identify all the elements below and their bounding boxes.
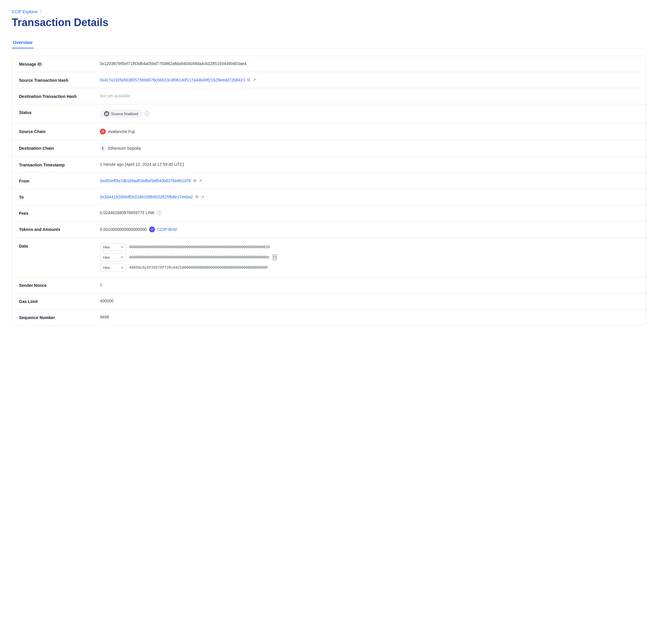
- copy-source-tx-hash-button[interactable]: ⧉: [247, 77, 250, 82]
- avax-chain-icon: [100, 129, 106, 135]
- label-fees: Fees: [19, 210, 95, 216]
- label-to: To: [19, 194, 95, 200]
- label-sender-nonce: Sender Nonce: [19, 282, 95, 288]
- hex-chevron-3: ▾: [121, 266, 123, 270]
- value-status: ▮▮ Source finalized i: [100, 110, 639, 118]
- value-to: 0x3d44192d94df3c0166169b9532825fb8e17ee6…: [100, 194, 639, 199]
- timestamp-text: 1 minute ago (April 12, 2024 at 17:59:45…: [100, 162, 184, 167]
- gas-limit-text: 400000: [100, 299, 114, 303]
- hex-value-3: 48656c6c6f20576f726c64210000000000000000…: [129, 266, 268, 270]
- label-from: From: [19, 178, 95, 183]
- value-dest-chain: Ethereum Sepolia: [100, 145, 639, 151]
- value-source-tx-hash: 0x4c7a192fa5636557569d076c06633c4f06140f…: [100, 77, 639, 82]
- open-to-button[interactable]: ↗: [201, 194, 204, 199]
- hex-label-3: Hex: [103, 266, 110, 270]
- sequence-number-text: 9498: [100, 315, 109, 319]
- fees-info-icon[interactable]: i: [157, 210, 162, 215]
- data-section: Hex ▾ 0000000000000000000000000000000000…: [100, 243, 277, 272]
- label-gas-limit: Gas Limit: [19, 299, 95, 304]
- row-from: From 0xd50ef0fa7db168ad53efb45ef640b6376…: [12, 173, 646, 189]
- hex-label-1: Hex: [103, 245, 110, 249]
- value-source-chain: Avalanche Fuji: [100, 129, 639, 135]
- token-name-link[interactable]: CCIP-BnM: [157, 227, 177, 232]
- value-dest-tx-hash: Not yet available: [100, 93, 639, 98]
- open-from-button[interactable]: ↗: [198, 179, 202, 183]
- dest-tx-hash-text: Not yet available: [100, 93, 131, 98]
- status-pause-icon: ▮▮: [104, 111, 109, 116]
- label-sequence-number: Sequence Number: [19, 315, 95, 320]
- breadcrumb-parent[interactable]: CCIP Explorer: [12, 9, 38, 14]
- row-message-id: Message ID 0x120367995ef71f83d64a05bd779…: [12, 56, 646, 72]
- breadcrumb: CCIP Explorer /: [12, 9, 646, 14]
- label-status: Status: [19, 110, 95, 115]
- value-tokens-amounts: 0.0010000000000000000 ⬡ CCIP-BnM: [100, 227, 639, 232]
- from-address-link[interactable]: 0xd50ef0fa7db168ad53efb45ef640b6376e8810…: [100, 179, 191, 183]
- hex-value-2: 0000000000000000000000000000000000000000…: [129, 255, 270, 259]
- source-chain-name: Avalanche Fuji: [108, 129, 135, 134]
- row-dest-tx-hash: Destination Transaction Hash Not yet ava…: [12, 88, 646, 104]
- copy-to-button[interactable]: ⧉: [195, 194, 198, 199]
- value-sender-nonce: 1: [100, 282, 639, 287]
- value-from: 0xd50ef0fa7db168ad53efb45ef640b6376e8810…: [100, 178, 639, 183]
- value-gas-limit: 400000: [100, 299, 639, 303]
- row-timestamp: Transaction Timestamp 1 minute ago (Apri…: [12, 157, 646, 173]
- status-info-icon[interactable]: i: [145, 111, 149, 116]
- hex-select-2[interactable]: Hex ▾: [100, 253, 126, 261]
- hex-select-3[interactable]: Hex ▾: [100, 264, 126, 272]
- tabs-bar: Overview: [12, 37, 646, 49]
- label-message-id: Message ID: [19, 61, 95, 67]
- ccip-bnm-token-icon: ⬡: [149, 227, 155, 232]
- data-row-3: Hex ▾ 48656c6c6f20576f726c64210000000000…: [100, 264, 277, 272]
- sender-nonce-text: 1: [100, 282, 102, 287]
- message-id-text: 0x120367995ef71f83d64a05bd7793862afda9d0…: [100, 61, 247, 66]
- token-amount: 0.0010000000000000000: [100, 227, 147, 232]
- value-sequence-number: 9498: [100, 315, 639, 319]
- label-data: Data: [19, 243, 95, 249]
- page-title: Transaction Details: [12, 17, 646, 29]
- row-data: Data Hex ▾ 00000000000000000000000000000…: [12, 238, 646, 277]
- details-table: Message ID 0x120367995ef71f83d64a05bd779…: [12, 56, 646, 325]
- status-badge: ▮▮ Source finalized: [100, 110, 142, 118]
- label-source-tx-hash: Source Transaction Hash: [19, 77, 95, 83]
- open-source-tx-hash-button[interactable]: ↗: [253, 78, 256, 82]
- label-source-chain: Source Chain: [19, 129, 95, 134]
- copy-from-button[interactable]: ⧉: [193, 178, 196, 183]
- eth-chain-icon: [100, 145, 106, 151]
- hex-label-2: Hex: [103, 255, 110, 259]
- hex-chevron-2: ▾: [121, 255, 123, 259]
- dest-chain-name: Ethereum Sepolia: [108, 146, 141, 151]
- label-dest-tx-hash: Destination Transaction Hash: [19, 93, 95, 99]
- label-tokens-amounts: Tokens and Amounts: [19, 227, 95, 232]
- label-timestamp: Transaction Timestamp: [19, 162, 95, 167]
- data-row-2: Hex ▾ 0000000000000000000000000000000000…: [100, 253, 277, 261]
- value-message-id: 0x120367995ef71f83d64a05bd7793862afda9d0…: [100, 61, 639, 66]
- breadcrumb-separator: /: [40, 9, 41, 14]
- tab-overview[interactable]: Overview: [12, 37, 34, 48]
- hex-select-1[interactable]: Hex ▾: [100, 243, 126, 251]
- to-address-link[interactable]: 0x3d44192d94df3c0166169b9532825fb8e17ee6…: [100, 194, 193, 199]
- value-timestamp: 1 minute ago (April 12, 2024 at 17:59:45…: [100, 162, 639, 167]
- row-dest-chain: Destination Chain Ethereum Sepolia: [12, 140, 646, 157]
- hex-chevron-1: ▾: [121, 245, 123, 249]
- row-gas-limit: Gas Limit 400000: [12, 293, 646, 309]
- row-source-tx-hash: Source Transaction Hash 0x4c7a192fa56365…: [12, 72, 646, 88]
- label-dest-chain: Destination Chain: [19, 145, 95, 151]
- source-tx-hash-link[interactable]: 0x4c7a192fa5636557569d076c06633c4f06140f…: [100, 78, 245, 82]
- row-sender-nonce: Sender Nonce 1: [12, 277, 646, 293]
- value-data: Hex ▾ 0000000000000000000000000000000000…: [100, 243, 639, 272]
- status-badge-text: Source finalized: [111, 112, 138, 116]
- row-sequence-number: Sequence Number 9498: [12, 309, 646, 325]
- row-status: Status ▮▮ Source finalized i: [12, 104, 646, 123]
- data-row-1: Hex ▾ 0000000000000000000000000000000000…: [100, 243, 277, 251]
- value-fees: 0.024462680978959775 LINK i: [100, 210, 639, 215]
- row-source-chain: Source Chain Avalanche Fuji: [12, 123, 646, 140]
- row-fees: Fees 0.024462680978959775 LINK i: [12, 205, 646, 221]
- row-to: To 0x3d44192d94df3c0166169b9532825fb8e17…: [12, 189, 646, 205]
- fees-text: 0.024462680978959775 LINK: [100, 210, 155, 215]
- hex-value-1: 0000000000000000000000000000000000000000…: [129, 245, 270, 249]
- row-tokens-amounts: Tokens and Amounts 0.0010000000000000000…: [12, 221, 646, 238]
- copy-data-button[interactable]: ⧉: [273, 254, 277, 260]
